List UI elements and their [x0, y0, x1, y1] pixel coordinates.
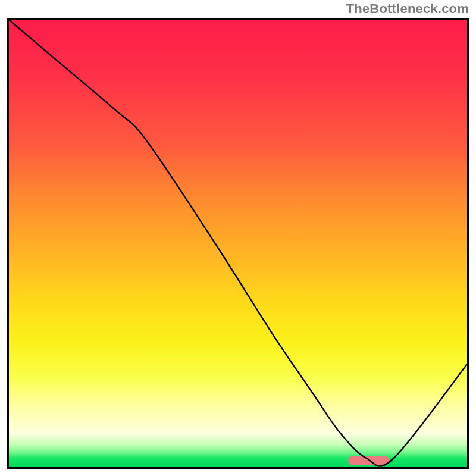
chart-gradient-background	[9, 20, 467, 467]
optimal-region-marker	[348, 456, 389, 465]
chart-frame	[7, 18, 469, 469]
watermark-text: TheBottleneck.com	[346, 1, 469, 17]
